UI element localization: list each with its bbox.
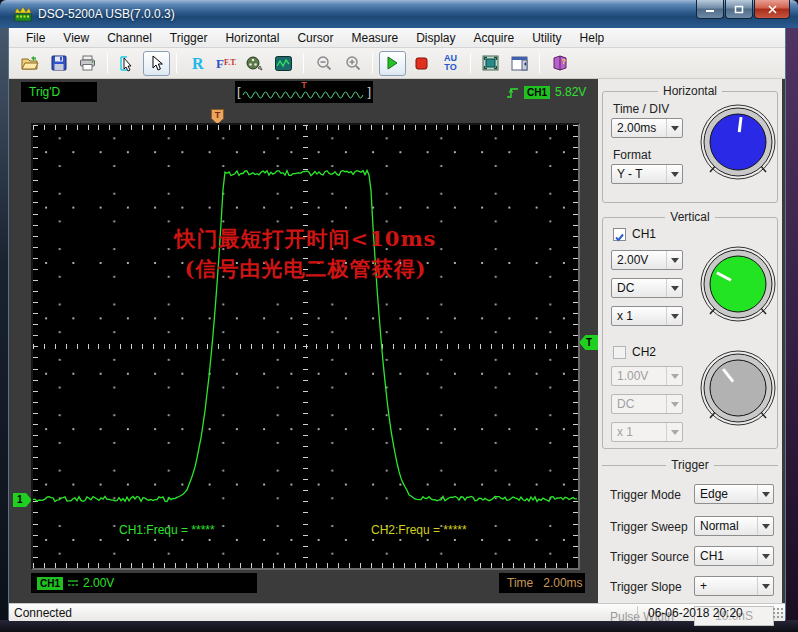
scope-area: Trig'D T [ ] CH1 5.82V T 1 T — [9, 79, 785, 603]
ch2-volts-select[interactable]: 1.00V — [611, 366, 683, 386]
time-value: 2.00ms — [543, 576, 582, 590]
ch1-ground-marker[interactable]: 1 — [13, 493, 32, 507]
trigger-readout: CH1 5.82V — [506, 83, 586, 101]
toolbar-separator — [303, 53, 304, 73]
chevron-down-icon — [666, 165, 682, 183]
waveform-window-button[interactable] — [270, 51, 297, 76]
format-select[interactable]: Y - T — [611, 164, 683, 184]
chevron-down-icon — [757, 517, 773, 535]
help-book-icon: ? — [551, 55, 569, 71]
panel-layout-button[interactable] — [506, 51, 533, 76]
chevron-down-icon — [666, 423, 682, 441]
minimize-button[interactable] — [696, 0, 724, 19]
maximize-button[interactable] — [725, 0, 753, 19]
menu-help[interactable]: Help — [571, 29, 614, 47]
auto-setup-label: AUTO — [444, 54, 457, 72]
toolbar-separator — [372, 53, 373, 73]
zoom-out-icon — [316, 55, 332, 71]
menu-display[interactable]: Display — [407, 29, 464, 47]
menu-acquire[interactable]: Acquire — [465, 29, 524, 47]
trigger-slope-label: Trigger Slope — [610, 580, 682, 594]
svg-text:F.T.: F.T. — [224, 58, 236, 67]
trigger-group-title: Trigger — [602, 458, 778, 472]
pointer-tool-button[interactable] — [143, 51, 170, 76]
fft-icon: F F.T. — [216, 55, 236, 71]
waveform-preview-slider[interactable]: T [ ] — [235, 81, 373, 103]
menu-measure[interactable]: Measure — [342, 29, 407, 47]
trigger-source-select[interactable]: CH1 — [694, 546, 774, 566]
datetime-status: 06-06-2018 20:20 — [637, 606, 785, 620]
start-button[interactable] — [379, 51, 406, 76]
measure-cursor-icon — [119, 55, 136, 72]
waveform-plot — [33, 125, 578, 568]
toolbar-separator — [539, 53, 540, 73]
chevron-down-icon — [666, 119, 682, 137]
trigger-sweep-select[interactable]: Normal — [694, 516, 774, 536]
save-button[interactable] — [45, 51, 72, 76]
trigger-level-value: 5.82V — [555, 85, 586, 99]
menu-view[interactable]: View — [54, 29, 98, 47]
vertical-group: Vertical CH1 2.00V DC x 1 — [602, 217, 778, 449]
time-label: Time — [507, 576, 533, 590]
menu-channel[interactable]: Channel — [98, 29, 161, 47]
svg-text:R: R — [192, 55, 204, 71]
chevron-down-icon — [757, 485, 773, 503]
ch1-coupling-select[interactable]: DC — [611, 278, 683, 298]
trigger-status-box: Trig'D — [21, 82, 97, 102]
trigger-source-label: Trigger Source — [610, 550, 689, 564]
window-title: DSO-5200A USB(7.0.0.3) — [38, 7, 175, 21]
close-button[interactable] — [754, 0, 790, 19]
ch1-checkbox[interactable] — [613, 228, 626, 241]
record-button[interactable] — [241, 51, 268, 76]
ch1-probe-select[interactable]: x 1 — [611, 306, 683, 326]
check-icon — [614, 232, 625, 243]
desktop-edge-right — [786, 28, 798, 620]
menu-file[interactable]: File — [17, 29, 54, 47]
ch1-volts-select[interactable]: 2.00V — [611, 250, 683, 270]
toolbar-separator — [176, 53, 177, 73]
ch2-position-knob[interactable] — [699, 348, 777, 430]
rising-edge-icon — [506, 86, 519, 99]
vertical-group-title: Vertical — [603, 210, 777, 224]
window-body: File View Channel Trigger Horizontal Cur… — [8, 28, 786, 620]
resize-grip[interactable] — [772, 607, 784, 619]
time-div-select[interactable]: 2.00ms — [611, 118, 683, 138]
start-icon — [386, 56, 399, 70]
ch2-coupling-select[interactable]: DC — [611, 394, 683, 414]
ch1-badge: CH1 — [37, 577, 63, 590]
menu-utility[interactable]: Utility — [523, 29, 570, 47]
open-button[interactable] — [16, 51, 43, 76]
help-button[interactable]: ? — [546, 51, 573, 76]
fft-button[interactable]: F F.T. — [212, 51, 239, 76]
menu-horizontal[interactable]: Horizontal — [216, 29, 288, 47]
svg-text:F: F — [216, 56, 224, 71]
trigger-slope-select[interactable]: + — [694, 576, 774, 596]
ch1-volts-div: 2.00V — [83, 576, 114, 590]
refresh-button[interactable]: R — [183, 51, 210, 76]
trigger-level-marker[interactable]: T — [579, 335, 599, 350]
trigger-position-marker[interactable]: T — [211, 109, 224, 124]
fit-screen-button[interactable] — [477, 51, 504, 76]
record-icon — [246, 55, 263, 71]
horizontal-knob[interactable] — [699, 102, 777, 184]
ch1-position-knob[interactable] — [699, 244, 777, 326]
print-icon — [79, 55, 96, 71]
auto-setup-button[interactable]: AUTO — [437, 51, 464, 76]
cursor-measure-button[interactable] — [114, 51, 141, 76]
format-label: Format — [613, 148, 651, 162]
horizontal-group-title: Horizontal — [603, 84, 777, 98]
zoom-in-button[interactable] — [339, 51, 366, 76]
print-button[interactable] — [74, 51, 101, 76]
titlebar[interactable]: DSO-5200A USB(7.0.0.3) — [0, 0, 798, 28]
stop-button[interactable] — [408, 51, 435, 76]
menu-trigger[interactable]: Trigger — [161, 29, 217, 47]
pointer-icon — [150, 55, 164, 71]
zoom-out-button[interactable] — [310, 51, 337, 76]
ch2-checkbox[interactable] — [613, 346, 626, 359]
timebase-box: Time 2.00ms — [499, 573, 585, 593]
menu-cursor[interactable]: Cursor — [288, 29, 342, 47]
trigger-mode-select[interactable]: Edge — [694, 484, 774, 504]
time-div-label: Time / DIV — [613, 102, 669, 116]
ch2-probe-select[interactable]: x 1 — [611, 422, 683, 442]
ch1-frequency-readout: CH1:Frequ = ***** — [119, 523, 215, 537]
